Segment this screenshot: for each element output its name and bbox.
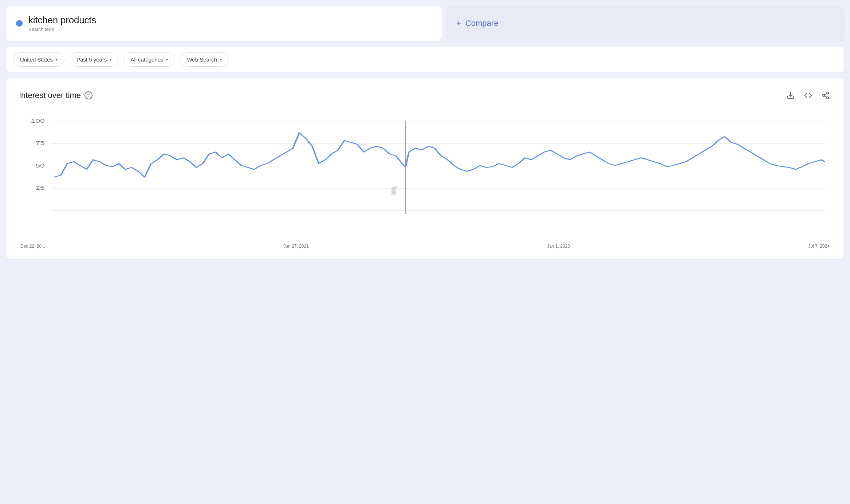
location-filter[interactable]: United States ▾: [13, 52, 64, 67]
search-term-dot: [16, 20, 23, 27]
location-chevron-icon: ▾: [56, 58, 58, 62]
chart-title: Interest over time: [19, 91, 81, 100]
categories-filter[interactable]: All categories ▾: [123, 52, 175, 67]
code-icon: [804, 91, 812, 99]
categories-filter-label: All categories: [130, 56, 163, 63]
search-term-info: kitchen products Search term: [28, 15, 96, 32]
search-term-label: Search term: [28, 27, 96, 32]
download-button[interactable]: [785, 90, 796, 101]
chart-actions: [785, 90, 831, 101]
svg-line-4: [825, 96, 827, 97]
x-label-3: Jan 1, 2023: [547, 244, 570, 249]
chart-header: Interest over time ?: [19, 90, 831, 101]
x-label-start: Dec 22, 20...: [20, 244, 45, 249]
help-icon[interactable]: ?: [84, 91, 93, 99]
x-label-end: Jul 7, 2024: [808, 244, 830, 249]
interest-over-time-card: Interest over time ?: [6, 78, 844, 259]
svg-text:50: 50: [35, 163, 45, 168]
search-type-chevron-icon: ▾: [220, 58, 222, 62]
chart-title-area: Interest over time ?: [19, 91, 93, 100]
search-type-filter[interactable]: Web Search ▾: [180, 52, 228, 67]
download-icon: [787, 91, 795, 99]
location-filter-label: United States: [20, 56, 53, 63]
svg-line-5: [825, 94, 827, 95]
compare-plus-icon: +: [456, 19, 461, 28]
embed-button[interactable]: [803, 90, 814, 101]
time-range-filter-label: Past 5 years: [76, 56, 107, 63]
time-range-filter[interactable]: Past 5 years ▾: [70, 52, 118, 67]
svg-text:100: 100: [31, 118, 44, 124]
compare-label: Compare: [465, 19, 498, 28]
svg-text:Note: Note: [390, 187, 398, 196]
compare-card[interactable]: + Compare: [446, 6, 844, 41]
x-label-2: Jun 27, 2021: [283, 244, 308, 249]
svg-text:75: 75: [35, 141, 45, 146]
share-icon: [822, 91, 830, 99]
search-type-filter-label: Web Search: [187, 56, 217, 63]
filters-bar: United States ▾ Past 5 years ▾ All categ…: [6, 47, 844, 72]
search-term-card: kitchen products Search term: [6, 6, 442, 41]
chart-container: 100 75 50 25 Note: [19, 110, 831, 241]
search-term-name: kitchen products: [28, 15, 96, 26]
time-range-chevron-icon: ▾: [110, 58, 111, 62]
share-button[interactable]: [820, 90, 831, 101]
chart-svg: 100 75 50 25 Note: [19, 110, 831, 241]
x-axis-labels: Dec 22, 20... Jun 27, 2021 Jan 1, 2023 J…: [19, 244, 831, 249]
svg-text:25: 25: [35, 185, 45, 191]
categories-chevron-icon: ▾: [166, 58, 168, 62]
